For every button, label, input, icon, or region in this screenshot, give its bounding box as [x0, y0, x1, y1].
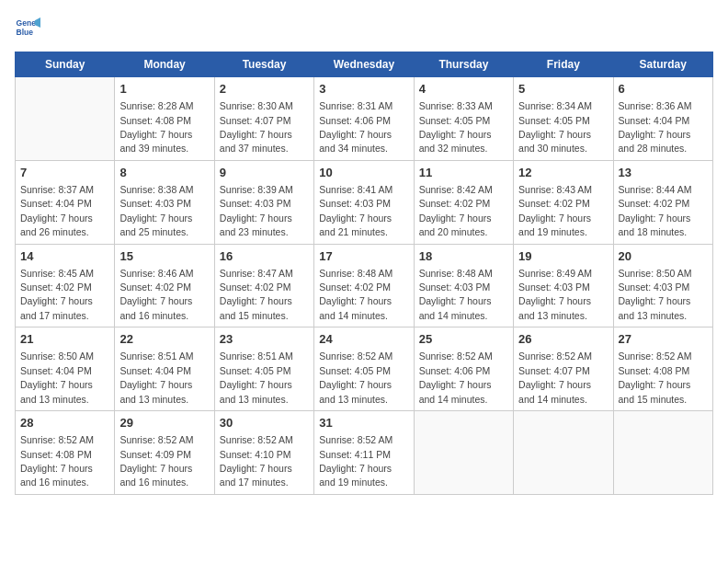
sunrise: Sunrise: 8:41 AM [319, 184, 392, 195]
daylight: Daylight: 7 hours and 34 minutes. [319, 129, 392, 154]
sunset: Sunset: 4:03 PM [319, 198, 391, 209]
calendar-cell: 27Sunrise: 8:52 AMSunset: 4:08 PMDayligh… [613, 327, 712, 411]
sunrise: Sunrise: 8:52 AM [419, 350, 493, 362]
logo: General Blue [15, 15, 44, 40]
sunset: Sunset: 4:08 PM [20, 449, 92, 460]
calendar-cell: 21Sunrise: 8:50 AMSunset: 4:04 PMDayligh… [16, 327, 115, 411]
calendar-cell: 1Sunrise: 8:28 AMSunset: 4:08 PMDaylight… [115, 77, 214, 161]
daylight: Daylight: 7 hours and 25 minutes. [119, 213, 192, 237]
day-number: 11 [419, 165, 508, 181]
day-number: 30 [220, 415, 309, 431]
sunset: Sunset: 4:04 PM [119, 365, 191, 376]
daylight: Daylight: 7 hours and 14 minutes. [319, 295, 392, 320]
day-header: Sunday [16, 52, 115, 77]
sunset: Sunset: 4:02 PM [419, 198, 491, 209]
sunrise: Sunrise: 8:37 AM [20, 184, 94, 195]
calendar-cell [514, 411, 613, 495]
daylight: Daylight: 7 hours and 19 minutes. [518, 213, 591, 237]
daylight: Daylight: 7 hours and 32 minutes. [419, 129, 492, 154]
daylight: Daylight: 7 hours and 16 minutes. [20, 463, 93, 488]
day-header: Thursday [414, 52, 513, 77]
sunset: Sunset: 4:05 PM [518, 115, 590, 126]
sunrise: Sunrise: 8:33 AM [419, 100, 493, 111]
calendar-cell [16, 77, 115, 161]
daylight: Daylight: 7 hours and 15 minutes. [619, 379, 691, 404]
sunrise: Sunrise: 8:42 AM [419, 184, 493, 195]
sunset: Sunset: 4:05 PM [220, 365, 291, 376]
daylight: Daylight: 7 hours and 20 minutes. [419, 213, 492, 237]
sunset: Sunset: 4:02 PM [518, 198, 590, 209]
sunrise: Sunrise: 8:34 AM [518, 100, 592, 111]
day-number: 23 [220, 331, 309, 348]
sunrise: Sunrise: 8:46 AM [119, 268, 193, 279]
calendar-cell [613, 411, 712, 495]
sunset: Sunset: 4:07 PM [518, 365, 590, 376]
daylight: Daylight: 7 hours and 23 minutes. [220, 213, 292, 237]
sunset: Sunset: 4:04 PM [20, 365, 92, 376]
sunrise: Sunrise: 8:39 AM [220, 184, 293, 195]
calendar-cell: 30Sunrise: 8:52 AMSunset: 4:10 PMDayligh… [214, 411, 313, 495]
sunrise: Sunrise: 8:31 AM [319, 100, 392, 111]
daylight: Daylight: 7 hours and 14 minutes. [419, 379, 492, 404]
sunrise: Sunrise: 8:52 AM [319, 434, 392, 445]
sunrise: Sunrise: 8:44 AM [619, 184, 692, 195]
daylight: Daylight: 7 hours and 18 minutes. [619, 213, 691, 237]
calendar-cell: 10Sunrise: 8:41 AMSunset: 4:03 PMDayligh… [314, 160, 414, 244]
sunset: Sunset: 4:02 PM [619, 198, 690, 209]
calendar-cell: 19Sunrise: 8:49 AMSunset: 4:03 PMDayligh… [514, 244, 613, 327]
sunrise: Sunrise: 8:52 AM [518, 350, 592, 362]
day-number: 12 [518, 165, 608, 181]
sunset: Sunset: 4:08 PM [119, 115, 191, 126]
day-number: 27 [619, 331, 708, 348]
calendar-cell: 7Sunrise: 8:37 AMSunset: 4:04 PMDaylight… [16, 160, 115, 244]
sunrise: Sunrise: 8:52 AM [119, 434, 193, 445]
daylight: Daylight: 7 hours and 19 minutes. [319, 463, 392, 488]
sunset: Sunset: 4:03 PM [119, 198, 191, 209]
day-number: 17 [319, 248, 408, 265]
day-header: Saturday [613, 52, 712, 77]
day-number: 8 [119, 165, 209, 181]
sunrise: Sunrise: 8:52 AM [319, 350, 392, 362]
daylight: Daylight: 7 hours and 37 minutes. [220, 129, 292, 154]
daylight: Daylight: 7 hours and 13 minutes. [319, 379, 392, 404]
day-number: 6 [619, 81, 708, 98]
sunrise: Sunrise: 8:30 AM [220, 100, 293, 111]
sunset: Sunset: 4:02 PM [319, 282, 391, 293]
sunrise: Sunrise: 8:50 AM [20, 350, 94, 362]
daylight: Daylight: 7 hours and 17 minutes. [220, 463, 292, 488]
sunset: Sunset: 4:09 PM [119, 449, 191, 460]
daylight: Daylight: 7 hours and 13 minutes. [119, 379, 192, 404]
sunset: Sunset: 4:07 PM [220, 115, 291, 126]
day-number: 7 [20, 165, 109, 181]
daylight: Daylight: 7 hours and 28 minutes. [619, 129, 691, 154]
sunrise: Sunrise: 8:51 AM [119, 350, 193, 362]
day-number: 15 [119, 248, 209, 265]
sunset: Sunset: 4:06 PM [319, 115, 391, 126]
calendar-cell: 29Sunrise: 8:52 AMSunset: 4:09 PMDayligh… [115, 411, 214, 495]
day-number: 19 [518, 248, 608, 265]
calendar-cell: 25Sunrise: 8:52 AMSunset: 4:06 PMDayligh… [414, 327, 513, 411]
sunrise: Sunrise: 8:52 AM [20, 434, 94, 445]
day-number: 20 [619, 248, 708, 265]
daylight: Daylight: 7 hours and 14 minutes. [419, 295, 492, 320]
sunrise: Sunrise: 8:48 AM [319, 268, 392, 279]
sunset: Sunset: 4:03 PM [220, 198, 291, 209]
sunset: Sunset: 4:06 PM [419, 365, 491, 376]
calendar-cell: 22Sunrise: 8:51 AMSunset: 4:04 PMDayligh… [115, 327, 214, 411]
daylight: Daylight: 7 hours and 26 minutes. [20, 213, 93, 237]
calendar-cell: 23Sunrise: 8:51 AMSunset: 4:05 PMDayligh… [214, 327, 313, 411]
sunset: Sunset: 4:03 PM [619, 282, 690, 293]
sunrise: Sunrise: 8:36 AM [619, 100, 692, 111]
sunset: Sunset: 4:04 PM [20, 198, 92, 209]
day-number: 25 [419, 331, 508, 348]
sunset: Sunset: 4:03 PM [419, 282, 491, 293]
sunset: Sunset: 4:02 PM [220, 282, 291, 293]
day-number: 14 [20, 248, 109, 265]
day-header: Monday [115, 52, 214, 77]
sunrise: Sunrise: 8:47 AM [220, 268, 293, 279]
day-number: 31 [319, 415, 408, 431]
calendar-cell: 11Sunrise: 8:42 AMSunset: 4:02 PMDayligh… [414, 160, 513, 244]
day-header: Friday [514, 52, 613, 77]
daylight: Daylight: 7 hours and 13 minutes. [220, 379, 292, 404]
day-number: 13 [619, 165, 708, 181]
